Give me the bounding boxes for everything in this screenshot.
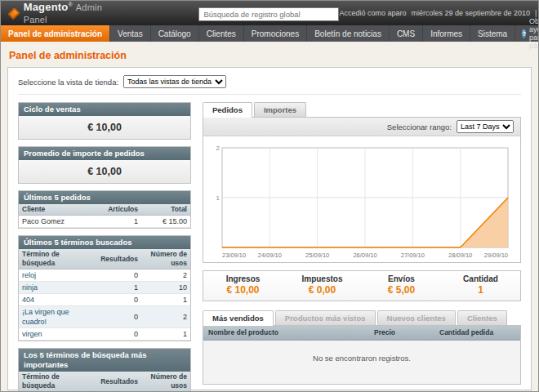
tab-clientes[interactable]: Clientes [457,310,507,325]
empty-records-message: No se encontraron registros. [203,341,520,384]
svg-text:24/09/10: 24/09/10 [258,252,282,259]
dashboard-columns: Ciclo de ventas € 10,00 Promedio de impo… [18,102,521,392]
column-header-resultados: Resultados [97,372,141,392]
nav-item-informes[interactable]: Informes [423,25,470,42]
tab-pedidos[interactable]: Pedidos [203,102,252,118]
global-search-input[interactable] [198,7,339,21]
top-search-terms-box: Los 5 términos de búsqueda más important… [18,348,191,392]
search-term-row: ¡La virgen que cuadro! 0 2 [19,306,190,328]
nav-item-dashboard[interactable]: Panel de administración [1,25,110,42]
total-cantidad: Cantidad 1 [441,271,520,301]
chart-tabs: Pedidos Importes [203,102,521,117]
tab-importes[interactable]: Importes [254,102,306,117]
search-term-link[interactable]: virgen [22,330,42,338]
search-term-link[interactable]: ¡La virgen que cuadro! [22,308,69,326]
last-orders-box: Últimos 5 pedidos Cliente Artículos Tota… [18,190,191,229]
products-tabs: Más vendidos Productos más vistos Nuevos… [203,310,521,325]
store-switcher-label: Seleccione la vista de tienda: [18,78,118,87]
svg-text:25/09/10: 25/09/10 [305,252,329,259]
page-help-link[interactable]: ? Obtener ayuda para esta página [515,25,539,42]
order-row[interactable]: Paco Gomez 1 € 15.00 [19,216,190,228]
column-header-nombre-producto: Nombre del producto [203,326,369,341]
global-search [198,6,339,21]
search-term-row: reloj 0 2 [19,270,190,282]
search-term-uses: 1 [141,294,190,306]
svg-text:26/09/10: 26/09/10 [353,252,376,259]
last-orders-table: Cliente Artículos Total Paco Gomez 1 € 1… [19,204,190,228]
lifetime-sales-value: € 10,00 [19,116,190,139]
range-select[interactable]: Last 7 Days [457,120,514,133]
column-header-cantidad-pedida: Cantidad pedida [434,326,520,341]
total-envios: Envíos € 5,00 [362,271,441,301]
tab-productos-mas-vistos[interactable]: Productos más vistos [275,310,376,325]
nav-item-ventas[interactable]: Ventas [110,25,151,42]
store-view-select[interactable]: Todas las vistas de tienda [123,75,226,88]
last-orders-title: Últimos 5 pedidos [19,191,190,204]
search-term-uses: 2 [141,306,190,328]
session-separator: | [535,9,537,17]
bestsellers-table: Nombre del producto Precio Cantidad pedi… [203,326,520,341]
total-value: 1 [441,284,520,296]
svg-text:28/09/10: 28/09/10 [448,252,472,259]
search-term-link[interactable]: reloj [22,271,36,279]
logged-in-as: Accedió como aparo [339,9,406,17]
top-search-terms-title: Los 5 términos de búsqueda más important… [19,349,190,372]
total-label: Envíos [362,274,441,283]
top-search-terms-table: Término de búsqueda Resultados Número de… [19,372,190,392]
column-header-total: Total [141,204,190,216]
svg-text:23/09/10: 23/09/10 [222,252,246,259]
search-term-results: 0 [97,270,141,282]
column-header-numero-usos: Número de usos [141,372,190,392]
total-value: € 5,00 [362,284,441,296]
search-term-results: 0 [97,306,141,328]
search-term-row: virgen 0 1 [19,328,190,341]
last-search-terms-box: Últimos 5 términos buscados Término de b… [18,235,191,341]
nav-item-catalogo[interactable]: Catálogo [151,25,199,42]
nav-item-clientes[interactable]: Clientes [199,25,244,42]
last-search-terms-table: Término de búsqueda Resultados Número de… [19,249,190,341]
nav-item-promociones[interactable]: Promociones [244,25,307,42]
average-orders-box: Promedio de importe de pedidos € 10,00 [18,146,191,184]
session-info: Accedió como aparo miércoles 29 de septi… [339,9,539,17]
total-value: € 10,00 [203,284,283,296]
column-header-numero-usos: Número de usos [141,249,190,270]
search-term-results: 0 [97,294,141,306]
nav-item-cms[interactable]: CMS [390,25,423,42]
svg-text:2: 2 [216,145,220,152]
search-term-link[interactable]: 404 [22,296,34,304]
total-impuestos: Impuestos € 0,00 [283,271,362,301]
orders-chart-svg: 1223/09/1024/09/1025/09/1026/09/1027/09/… [209,141,514,261]
content-area: Panel de administración Seleccione la vi… [1,42,538,390]
nav-item-sistema[interactable]: Sistema [470,25,515,42]
search-term-uses: 1 [141,328,190,341]
search-term-uses: 2 [141,270,190,282]
order-customer: Paco Gomez [19,216,104,228]
main-nav: Panel de administración Ventas Catálogo … [1,25,538,42]
column-header-termino: Término de búsqueda [19,249,97,270]
help-label: Obtener ayuda para esta página [529,17,539,50]
tab-nuevos-clientes[interactable]: Nuevos clientes [377,310,456,325]
chart-area: 1223/09/1024/09/1025/09/1026/09/1027/09/… [203,136,520,262]
column-header-articulos: Artículos [104,204,141,216]
magento-admin-window: Magento®Admin Panel Accedió como aparo m… [0,0,539,392]
search-term-link[interactable]: ninja [22,283,38,292]
search-term-results: 1 [97,282,141,294]
svg-text:1: 1 [216,194,220,202]
lifetime-sales-title: Ciclo de ventas [19,103,190,116]
chart-toolbar: Seleccionar rango: Last 7 Days [203,118,520,136]
search-term-uses: 10 [141,282,190,294]
top-header: Magento®Admin Panel Accedió como aparo m… [1,1,538,25]
logo-brand: Magento [24,1,69,13]
nav-item-boletin[interactable]: Boletín de noticias [307,25,390,42]
search-term-row: ninja 1 10 [19,282,190,294]
orders-chart-panel: Seleccionar rango: Last 7 Days 1223/09/1… [203,117,521,263]
total-label: Ingresos [203,274,283,283]
total-label: Impuestos [283,274,362,283]
magento-logo[interactable]: Magento®Admin Panel [9,1,105,25]
total-label: Cantidad [441,274,520,283]
column-header-resultados: Resultados [97,249,141,270]
dashboard-right-column: Pedidos Importes Seleccionar rango: Last… [203,102,521,392]
column-header-cliente: Cliente [19,204,104,216]
column-header-termino: Término de búsqueda [19,372,97,392]
tab-mas-vendidos[interactable]: Más vendidos [203,310,274,326]
